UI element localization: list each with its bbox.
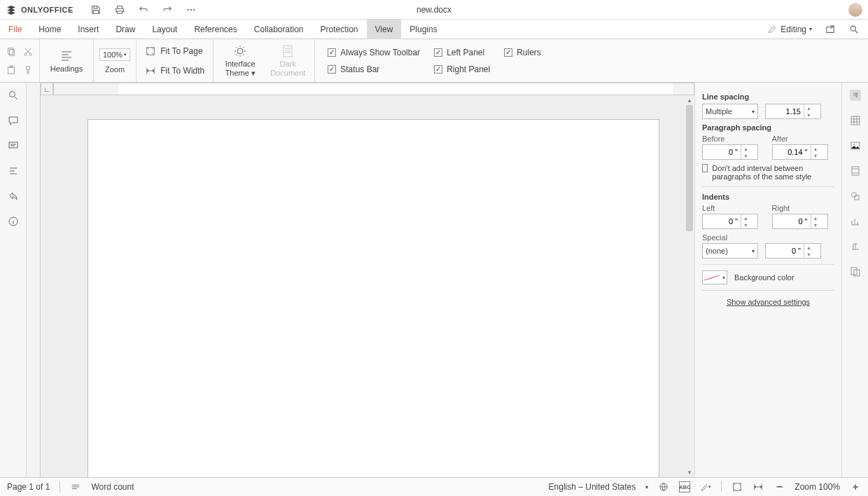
spin-up-icon[interactable]: ▲ xyxy=(811,145,820,152)
spin-up-icon[interactable]: ▲ xyxy=(741,214,750,221)
spin-down-icon[interactable]: ▼ xyxy=(811,152,820,159)
vertical-ruler[interactable] xyxy=(27,83,41,477)
spin-down-icon[interactable]: ▼ xyxy=(741,221,750,228)
scroll-thumb[interactable] xyxy=(686,105,693,231)
status-language[interactable]: English – United States xyxy=(549,482,636,492)
before-input[interactable] xyxy=(703,148,741,156)
status-page[interactable]: Page 1 of 1 xyxy=(7,482,50,492)
status-wordcount[interactable]: Word count xyxy=(91,482,134,492)
editing-mode[interactable]: Editing ▾ xyxy=(766,24,812,35)
special-spinner[interactable]: ▲▼ xyxy=(765,243,821,259)
undo-icon[interactable] xyxy=(138,4,149,15)
chevron-down-icon: ▾ xyxy=(124,52,127,57)
fit-page-status-icon[interactable] xyxy=(732,481,743,492)
user-avatar[interactable] xyxy=(848,3,862,17)
scroll-up-icon[interactable]: ▲ xyxy=(685,95,694,105)
after-input[interactable] xyxy=(773,148,811,156)
paste-icon[interactable] xyxy=(6,64,17,76)
more-icon[interactable] xyxy=(186,4,197,15)
scroll-down-icon[interactable]: ▼ xyxy=(685,467,694,477)
print-icon[interactable] xyxy=(114,4,125,15)
info-icon[interactable] xyxy=(8,216,19,227)
vertical-scrollbar[interactable]: ▲ ▼ xyxy=(685,95,694,477)
advanced-settings-link[interactable]: Show advanced settings xyxy=(702,298,834,306)
before-spinner[interactable]: ▲▼ xyxy=(702,144,758,160)
headings-button[interactable]: Headings xyxy=(46,49,88,73)
document-page[interactable] xyxy=(88,119,659,477)
special-input[interactable] xyxy=(766,247,804,255)
indent-left-input[interactable] xyxy=(703,217,741,226)
paragraph-settings-icon[interactable] xyxy=(850,90,861,101)
chk-always-toolbar[interactable]: Always Show Toolbar xyxy=(328,48,420,57)
menu-view[interactable]: View xyxy=(367,20,402,39)
copy-icon[interactable] xyxy=(6,46,17,57)
menu-file[interactable]: File xyxy=(0,20,30,39)
feedback-icon[interactable] xyxy=(8,191,19,202)
globe-icon[interactable] xyxy=(658,481,669,492)
spin-down-icon[interactable]: ▼ xyxy=(804,251,813,258)
tab-stop-selector[interactable]: ∟ xyxy=(41,83,53,95)
find-icon[interactable] xyxy=(8,90,19,101)
mailmerge-icon[interactable] xyxy=(850,266,861,277)
indent-left-spinner[interactable]: ▲▼ xyxy=(702,214,758,229)
shape-settings-icon[interactable] xyxy=(850,191,861,202)
search-icon[interactable] xyxy=(848,24,860,35)
app-logo: ONLYOFFICE xyxy=(6,4,74,15)
tracking-icon[interactable]: ▾ xyxy=(700,481,711,492)
spin-up-icon[interactable]: ▲ xyxy=(811,214,820,221)
menu-draw[interactable]: Draw xyxy=(107,20,144,39)
menu-layout[interactable]: Layout xyxy=(144,20,186,39)
spin-up-icon[interactable]: ▲ xyxy=(741,145,750,152)
image-settings-icon[interactable] xyxy=(850,140,861,151)
spin-down-icon[interactable]: ▼ xyxy=(811,221,820,228)
cut-icon[interactable] xyxy=(22,46,34,57)
chk-left-panel[interactable]: Left Panel xyxy=(434,48,490,57)
chk-right-panel[interactable]: Right Panel xyxy=(434,64,490,74)
special-select[interactable]: (none)▾ xyxy=(702,243,758,259)
menu-plugins[interactable]: Plugins xyxy=(401,20,445,39)
menu-protection[interactable]: Protection xyxy=(312,20,367,39)
open-location-icon[interactable] xyxy=(825,24,836,35)
navigation-icon[interactable] xyxy=(8,165,19,177)
zoom-in-icon[interactable]: + xyxy=(850,481,861,492)
interface-theme-button[interactable]: InterfaceTheme ▾ xyxy=(219,44,261,76)
menu-collaboration[interactable]: Collaboration xyxy=(246,20,312,39)
save-icon[interactable] xyxy=(90,4,102,15)
document-scroll[interactable]: ▲ ▼ xyxy=(41,95,694,477)
spin-up-icon[interactable]: ▲ xyxy=(804,244,813,251)
indent-right-spinner[interactable]: ▲▼ xyxy=(772,214,828,229)
comments-icon[interactable] xyxy=(8,115,19,126)
fit-to-width[interactable]: Fit To Width xyxy=(145,65,204,76)
bg-color-picker[interactable] xyxy=(702,270,727,284)
chk-rulers[interactable]: Rulers xyxy=(504,48,541,57)
redo-icon[interactable] xyxy=(162,4,173,15)
menu-insert[interactable]: Insert xyxy=(69,20,107,39)
chk-status-bar[interactable]: Status Bar xyxy=(328,64,420,74)
format-painter-icon[interactable] xyxy=(22,64,34,76)
spellcheck-icon[interactable]: ABC xyxy=(679,481,690,492)
chk-no-interval[interactable]: Don't add interval between paragraphs of… xyxy=(702,164,834,181)
table-settings-icon[interactable] xyxy=(850,115,861,126)
header-footer-icon[interactable] xyxy=(850,165,861,177)
zoom-combo[interactable]: 100% ▾ xyxy=(99,48,130,61)
spin-down-icon[interactable]: ▼ xyxy=(741,152,750,159)
textart-settings-icon[interactable] xyxy=(850,241,861,252)
chat-icon[interactable] xyxy=(8,140,19,151)
after-spinner[interactable]: ▲▼ xyxy=(772,144,828,160)
dark-document-button[interactable]: DarkDocument xyxy=(267,44,309,76)
line-spacing-input[interactable] xyxy=(766,107,804,116)
spin-down-icon[interactable]: ▼ xyxy=(804,111,813,118)
fit-width-status-icon[interactable] xyxy=(752,481,764,492)
line-spacing-value[interactable]: ▲▼ xyxy=(765,104,821,119)
fit-to-page[interactable]: Fit To Page xyxy=(145,46,202,57)
menu-home[interactable]: Home xyxy=(30,20,69,39)
chart-settings-icon[interactable] xyxy=(850,216,861,227)
line-spacing-mode[interactable]: Multiple▾ xyxy=(702,104,758,119)
indent-right-input[interactable] xyxy=(773,217,811,226)
svg-rect-12 xyxy=(284,46,292,57)
menu-references[interactable]: References xyxy=(186,20,245,39)
horizontal-ruler[interactable] xyxy=(53,83,694,95)
status-zoom[interactable]: Zoom 100% xyxy=(794,482,840,492)
spin-up-icon[interactable]: ▲ xyxy=(804,104,813,111)
zoom-out-icon[interactable]: − xyxy=(774,481,785,492)
